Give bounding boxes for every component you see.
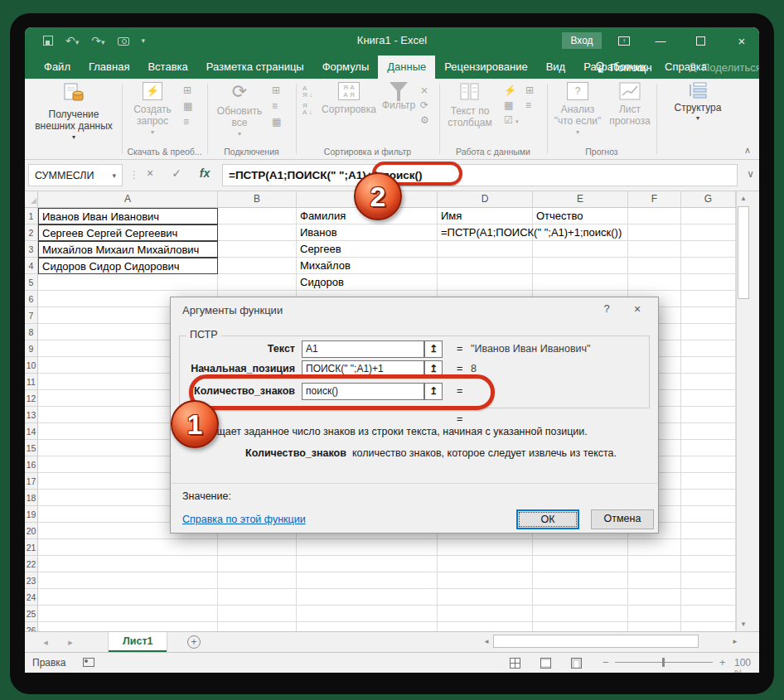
tab-Вставка[interactable]: Вставка bbox=[138, 56, 196, 79]
reapply-filter-icon[interactable]: ⟳ bbox=[420, 100, 429, 110]
cell-A1[interactable]: Иванов Иван Иванович bbox=[38, 208, 218, 224]
zoom-slider-thumb[interactable] bbox=[662, 658, 665, 667]
row-header-6[interactable]: 6 bbox=[25, 291, 37, 307]
name-box[interactable]: СУММЕСЛИ ▾ bbox=[28, 164, 123, 186]
new-query-button[interactable]: ⚡ Создать запрос ▾ bbox=[127, 82, 178, 136]
text-to-columns-button[interactable]: Текст по столбцам bbox=[443, 82, 497, 129]
row-header-22[interactable]: 22 bbox=[25, 556, 37, 572]
row-header-25[interactable]: 25 bbox=[25, 606, 37, 622]
row-header-26[interactable]: 26 bbox=[25, 622, 37, 631]
row-header-3[interactable]: 3 bbox=[25, 241, 37, 258]
scroll-up-icon[interactable]: ▲ bbox=[737, 191, 750, 205]
vertical-scroll-thumb[interactable] bbox=[738, 206, 749, 299]
advanced-filter-icon[interactable]: ⚙ bbox=[420, 115, 429, 125]
row-header-19[interactable]: 19 bbox=[25, 506, 37, 523]
dialog-help-icon[interactable]: ? bbox=[598, 302, 615, 315]
recent-sources-icon[interactable]: ≡ bbox=[183, 117, 192, 127]
sort-button[interactable]: Я АА Я Сортировка bbox=[321, 82, 377, 115]
formula-bar-resizer[interactable]: ⋮ bbox=[129, 169, 139, 181]
normal-view-icon[interactable] bbox=[510, 658, 520, 669]
row-header-20[interactable]: 20 bbox=[25, 523, 37, 539]
sort-za-icon[interactable]: ЯА ↓ bbox=[302, 103, 312, 116]
cell-E1[interactable]: Отчество bbox=[533, 208, 628, 224]
cell-D1[interactable]: Имя bbox=[438, 208, 533, 224]
vertical-scrollbar[interactable]: ▲ ▼ bbox=[736, 191, 750, 631]
consolidate-icon[interactable]: ⊞ bbox=[525, 85, 534, 95]
row-header-5[interactable]: 5 bbox=[25, 274, 37, 291]
cell-C5[interactable]: Сидоров bbox=[297, 274, 438, 291]
outline-button[interactable]: Структура ▾ bbox=[668, 82, 728, 123]
sheet-nav-right-icon[interactable]: ▸ bbox=[61, 632, 80, 652]
range-picker-icon[interactable]: ↥ bbox=[424, 340, 443, 358]
formula-input[interactable]: =ПСТР(А1;ПОИСК(" ";А1)+1;поиск() bbox=[222, 164, 738, 186]
page-layout-view-icon[interactable] bbox=[540, 658, 551, 669]
ok-button[interactable]: ОК bbox=[516, 509, 579, 529]
tab-Вид[interactable]: Вид bbox=[537, 56, 575, 79]
row-header-23[interactable]: 23 bbox=[25, 572, 37, 589]
row-header-13[interactable]: 13 bbox=[25, 407, 37, 423]
tell-me-assistant[interactable]: Помощн bbox=[595, 56, 652, 79]
connections-icon[interactable]: ⊞ bbox=[272, 85, 281, 95]
zoom-in-icon[interactable]: + bbox=[719, 656, 726, 669]
row-header-8[interactable]: 8 bbox=[25, 324, 37, 340]
tab-Данные[interactable]: Данные bbox=[378, 56, 435, 79]
ribbon-display-options-icon[interactable]: ↑ bbox=[610, 27, 638, 54]
macro-record-icon[interactable] bbox=[83, 658, 94, 667]
row-header-10[interactable]: 10 bbox=[25, 357, 37, 374]
tab-Разметка страницы[interactable]: Разметка страницы bbox=[197, 56, 313, 79]
forecast-sheet-button[interactable]: Лист прогноза bbox=[607, 82, 653, 128]
enter-entry-icon[interactable]: ✓ bbox=[166, 167, 187, 180]
zoom-level[interactable]: 100 % bbox=[734, 657, 759, 673]
row-header-14[interactable]: 14 bbox=[25, 423, 37, 440]
expand-formula-bar-icon[interactable]: ∨ bbox=[747, 168, 754, 180]
row-header-15[interactable]: 15 bbox=[25, 440, 37, 456]
scroll-right-icon[interactable]: ► bbox=[729, 634, 741, 649]
clear-filter-icon[interactable]: ⨯ bbox=[420, 85, 429, 95]
function-help-link[interactable]: Справка по этой функции bbox=[182, 514, 306, 525]
row-header-16[interactable]: 16 bbox=[25, 456, 37, 473]
get-external-data-button[interactable]: Получение внешних данных ▾ bbox=[33, 82, 114, 141]
row-header-17[interactable]: 17 bbox=[25, 473, 37, 490]
horizontal-scroll-thumb[interactable] bbox=[493, 635, 699, 648]
row-header-21[interactable]: 21 bbox=[25, 539, 37, 556]
row-header-12[interactable]: 12 bbox=[25, 390, 37, 407]
column-header-B[interactable]: B bbox=[218, 191, 297, 207]
cell-A4[interactable]: Сидоров Сидор Сидорович bbox=[38, 258, 218, 274]
column-header-F[interactable]: F bbox=[628, 191, 681, 207]
row-header-7[interactable]: 7 bbox=[25, 307, 37, 324]
tab-Файл[interactable]: Файл bbox=[35, 56, 80, 79]
data-validation-icon[interactable]: ☑ ▾ bbox=[504, 115, 519, 127]
cell-A3[interactable]: Михайлов Михаил Михайлович bbox=[38, 241, 218, 258]
row-header-1[interactable]: 1 bbox=[25, 208, 37, 224]
column-header-G[interactable]: G bbox=[681, 191, 736, 207]
cancel-button[interactable]: Отмена bbox=[591, 509, 654, 529]
tab-Формулы[interactable]: Формулы bbox=[313, 56, 379, 79]
arg-input-text[interactable]: А1 bbox=[302, 340, 424, 358]
insert-function-icon[interactable]: fx bbox=[194, 167, 215, 180]
column-header-A[interactable]: A bbox=[38, 191, 218, 207]
dialog-close-icon[interactable]: × bbox=[628, 302, 646, 316]
row-header-9[interactable]: 9 bbox=[25, 340, 37, 357]
column-header-E[interactable]: E bbox=[533, 191, 628, 207]
minimize-button[interactable]: — bbox=[646, 27, 675, 54]
cell-A2[interactable]: Сергеев Сергей Сергеевич bbox=[38, 224, 218, 241]
cancel-entry-icon[interactable]: × bbox=[139, 167, 161, 180]
sort-az-icon[interactable]: АЯ ↓ bbox=[302, 85, 312, 99]
row-header-18[interactable]: 18 bbox=[25, 490, 37, 506]
refresh-all-button[interactable]: ⟳ Обновить все ▾ bbox=[214, 82, 265, 138]
cell-C4[interactable]: Михайлов bbox=[297, 258, 438, 274]
sign-in-button[interactable]: Вход bbox=[562, 32, 602, 49]
remove-duplicates-icon[interactable]: ▦ bbox=[504, 100, 519, 110]
share-button[interactable]: Поделиться bbox=[688, 56, 759, 79]
cell-C2[interactable]: Иванов bbox=[297, 224, 438, 241]
row-header-24[interactable]: 24 bbox=[25, 589, 37, 606]
edit-links-icon[interactable]: ▦ bbox=[272, 117, 281, 127]
row-header-2[interactable]: 2 bbox=[25, 224, 37, 241]
row-header-11[interactable]: 11 bbox=[25, 374, 37, 390]
flash-fill-icon[interactable]: ⚡ bbox=[504, 85, 519, 95]
filter-button[interactable]: Фильтр bbox=[380, 82, 417, 111]
row-header-4[interactable]: 4 bbox=[25, 258, 37, 274]
cell-C3[interactable]: Сергеев bbox=[297, 241, 438, 258]
add-sheet-icon[interactable]: + bbox=[187, 635, 201, 649]
sheet-nav-left-icon[interactable]: ◂ bbox=[36, 632, 55, 652]
